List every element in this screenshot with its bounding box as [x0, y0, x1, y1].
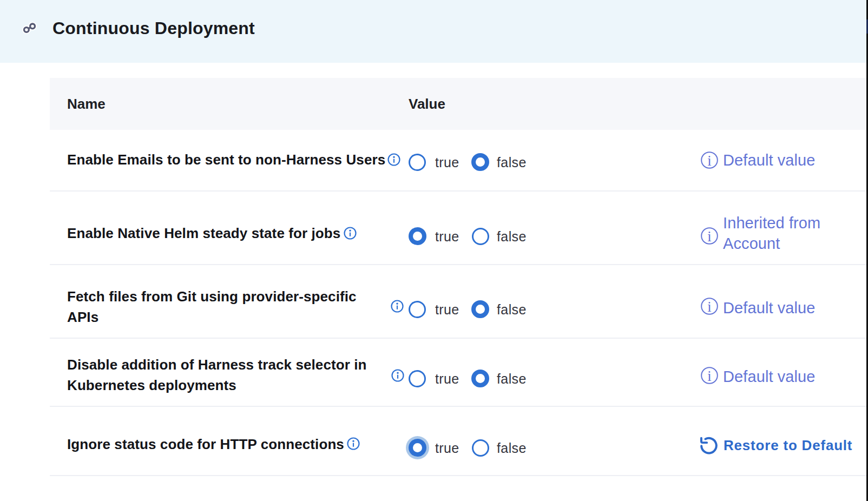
svg-text:i: i: [707, 299, 712, 315]
svg-text:i: i: [707, 228, 712, 245]
svg-text:i: i: [707, 368, 712, 384]
svg-text:i: i: [707, 153, 712, 169]
